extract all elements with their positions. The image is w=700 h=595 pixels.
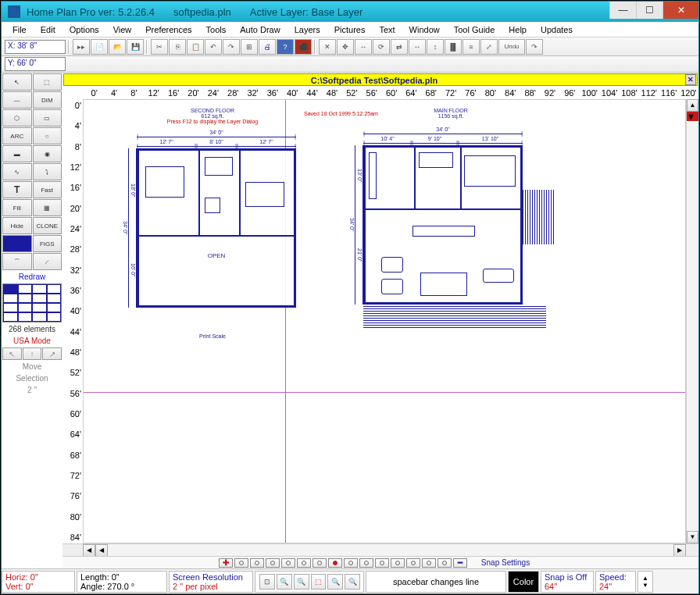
menu-pictures[interactable]: Pictures: [328, 23, 372, 36]
select-tool[interactable]: ⬚: [33, 73, 62, 91]
scroll-up-button[interactable]: ▲: [687, 99, 698, 112]
bezier-tool[interactable]: ⟋: [33, 253, 62, 270]
redo-tb-icon[interactable]: ↷: [223, 39, 240, 55]
color-button[interactable]: Color: [513, 577, 534, 586]
menu-help[interactable]: Help: [502, 23, 533, 36]
pointer-tool[interactable]: ↖: [2, 73, 32, 91]
exit-icon[interactable]: ⬛: [295, 39, 312, 55]
h-scrollbar[interactable]: ◀ ◀ ▶: [62, 543, 698, 556]
align-icon[interactable]: ▐▌: [445, 39, 462, 55]
close-plan-button[interactable]: ✕: [685, 74, 696, 85]
snap-5[interactable]: [297, 558, 311, 568]
snap-6[interactable]: [312, 558, 327, 568]
fast-text-tool[interactable]: Fast: [33, 181, 62, 198]
drawing-canvas[interactable]: SECOND FLOOR 612 sq.ft. Press F12 to dis…: [83, 99, 686, 543]
menu-edit[interactable]: Edit: [34, 23, 62, 36]
curve-tool[interactable]: ⌒: [2, 253, 32, 270]
snap-2[interactable]: [250, 558, 264, 568]
flip-v-icon[interactable]: ↕: [427, 39, 444, 55]
scroll-right-button[interactable]: ▶: [673, 544, 686, 557]
break-icon[interactable]: ⤢: [480, 39, 498, 55]
filledrect-tool[interactable]: ▬: [2, 145, 32, 162]
print-icon[interactable]: 🖨: [259, 39, 276, 55]
zoom-win-icon[interactable]: ⬚: [311, 574, 327, 590]
menu-autodraw[interactable]: Auto Draw: [234, 23, 286, 36]
zoom-out-icon[interactable]: 🔍: [294, 574, 309, 590]
maximize-button[interactable]: ☐: [636, 2, 662, 19]
pattern-tool[interactable]: ▦: [33, 199, 62, 216]
paste-icon[interactable]: 📋: [187, 39, 204, 55]
snap-13[interactable]: [422, 558, 436, 568]
undo-tb-icon[interactable]: ↶: [205, 39, 222, 55]
snap-plus[interactable]: ✚: [219, 558, 233, 568]
menu-window[interactable]: Window: [403, 23, 446, 36]
menu-text[interactable]: Text: [373, 23, 401, 36]
snap-11[interactable]: [391, 558, 405, 568]
menu-toolguide[interactable]: Tool Guide: [448, 23, 502, 36]
zoom-in-icon[interactable]: 🔍: [277, 574, 292, 590]
menu-updates[interactable]: Updates: [534, 23, 579, 36]
zoom-all-icon[interactable]: 🔍: [345, 574, 360, 590]
zoom-ext-icon[interactable]: ⊡: [259, 574, 275, 590]
snap-12[interactable]: [406, 558, 420, 568]
snap-14[interactable]: [438, 558, 452, 568]
move-nw[interactable]: ↖: [2, 347, 22, 360]
text-tool[interactable]: T: [2, 181, 32, 198]
snap-10[interactable]: [375, 558, 389, 568]
snap-1[interactable]: [234, 558, 248, 568]
line-tool[interactable]: ―: [2, 91, 32, 109]
move-n[interactable]: ↑: [23, 347, 42, 360]
menu-options[interactable]: Options: [63, 23, 105, 36]
zoom-prev-icon[interactable]: 🔍: [327, 574, 343, 590]
pan-icon[interactable]: ✥: [337, 39, 354, 55]
redo-button[interactable]: ↷: [526, 39, 543, 55]
delete-icon[interactable]: ✕: [319, 39, 336, 55]
speed-up[interactable]: ▲: [642, 575, 648, 582]
menu-view[interactable]: View: [107, 23, 138, 36]
snap-3[interactable]: [266, 558, 280, 568]
flip-h-icon[interactable]: ↔: [409, 39, 426, 55]
toolbar-chevron[interactable]: ▸▸: [73, 39, 90, 55]
snap-settings-label[interactable]: Snap Settings: [469, 558, 542, 567]
figs-tool[interactable]: FIGS: [33, 235, 62, 252]
stretch-icon[interactable]: ↔: [355, 39, 372, 55]
snap-8[interactable]: [344, 558, 358, 568]
polyline-tool[interactable]: ⬡: [2, 109, 32, 126]
color-grid[interactable]: [2, 283, 62, 322]
wave-tool[interactable]: ∿: [2, 163, 32, 180]
close-button[interactable]: ✕: [662, 2, 698, 19]
arc-tool[interactable]: ARC: [2, 127, 32, 144]
v-scrollbar[interactable]: ▲ ▼ ▼: [686, 99, 698, 543]
dim-tool[interactable]: DIM: [33, 91, 62, 109]
solid-tool[interactable]: [2, 235, 32, 252]
clone-tool[interactable]: CLONE: [33, 217, 62, 234]
scroll-down-button[interactable]: ▼: [687, 531, 698, 543]
mirror-icon[interactable]: ⇄: [391, 39, 408, 55]
filledcircle-tool[interactable]: ◉: [33, 145, 62, 162]
copy-icon[interactable]: ⎘: [169, 39, 186, 55]
snap-minus[interactable]: ━: [453, 558, 467, 568]
move-ne[interactable]: ↗: [42, 347, 62, 360]
rotate-icon[interactable]: ⟳: [373, 39, 390, 55]
grid-icon[interactable]: ⊞: [241, 39, 258, 55]
open-icon[interactable]: 📂: [109, 39, 126, 55]
scroll-left-button[interactable]: ◀: [95, 544, 108, 557]
help-icon[interactable]: ?: [277, 39, 294, 55]
snap-4[interactable]: [281, 558, 295, 568]
redraw-button[interactable]: Redraw: [2, 271, 62, 283]
speed-down[interactable]: ▼: [642, 582, 648, 589]
circle-tool[interactable]: ○: [33, 127, 62, 144]
snap-9[interactable]: [359, 558, 373, 568]
minimize-button[interactable]: —: [609, 2, 636, 19]
menu-preferences[interactable]: Preferences: [139, 23, 198, 36]
stair-tool[interactable]: ⤵: [33, 163, 62, 180]
scroll-left-red[interactable]: ◀: [83, 544, 95, 557]
snap-7-active[interactable]: [328, 558, 342, 568]
menu-layers[interactable]: Layers: [288, 23, 327, 36]
undo-button[interactable]: Undo: [498, 39, 525, 55]
hide-tool[interactable]: Hide: [2, 217, 32, 234]
menu-tools[interactable]: Tools: [200, 23, 233, 36]
cut-icon[interactable]: ✂: [151, 39, 168, 55]
menu-file[interactable]: File: [6, 23, 33, 36]
new-icon[interactable]: 📄: [91, 39, 108, 55]
